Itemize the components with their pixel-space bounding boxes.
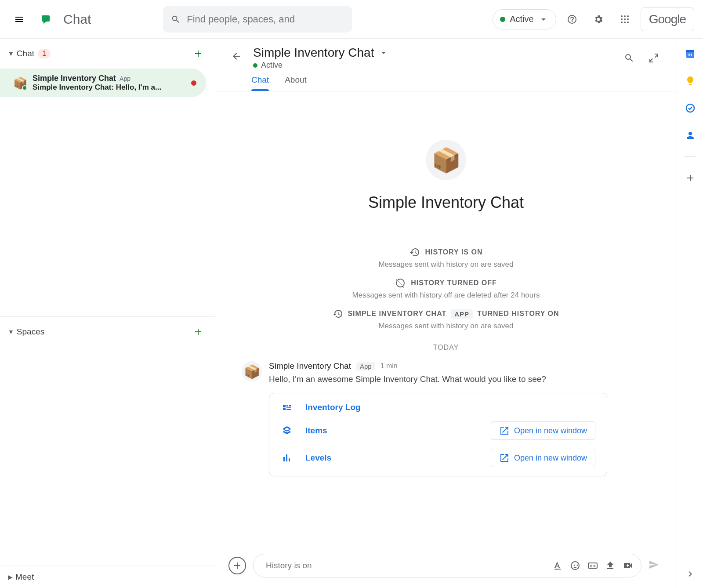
collapse-side-panel-button[interactable] xyxy=(685,569,696,581)
send-button[interactable] xyxy=(649,559,659,572)
new-chat-button[interactable] xyxy=(189,45,207,62)
meet-section-header[interactable]: ▶ Meet xyxy=(0,566,215,588)
status-selector[interactable]: Active xyxy=(493,9,556,29)
compose-input[interactable] xyxy=(266,561,552,570)
spaces-section-title: Spaces xyxy=(17,327,44,337)
emoji-icon[interactable] xyxy=(570,560,580,571)
svg-point-6 xyxy=(627,18,629,20)
get-addons-button[interactable] xyxy=(684,172,696,184)
conversation-intro-title: Simple Inventory Chat xyxy=(368,193,524,212)
compose-area: GIF xyxy=(215,546,677,588)
conversation-avatar: 📦 xyxy=(426,140,466,180)
chat-item-title: Simple Inventory Chat xyxy=(33,74,116,83)
calendar-addon-button[interactable]: 31 xyxy=(684,47,696,60)
hamburger-icon xyxy=(14,14,25,25)
collapse-pane-button[interactable] xyxy=(643,47,664,69)
upload-icon[interactable] xyxy=(605,560,616,571)
open-items-button[interactable]: Open in new window xyxy=(491,421,595,440)
keep-addon-button[interactable] xyxy=(684,75,696,87)
arrow-back-icon xyxy=(231,51,242,62)
conversation-pane: Simple Inventory Chat Active xyxy=(215,39,677,588)
status-dot-icon xyxy=(253,63,257,68)
chevron-down-icon xyxy=(538,14,549,25)
google-account-button[interactable]: Google xyxy=(641,7,694,31)
top-bar: Chat Active Google xyxy=(0,0,703,39)
tab-chat[interactable]: Chat xyxy=(251,75,269,91)
contacts-addon-button[interactable] xyxy=(684,129,696,142)
svg-text:GIF: GIF xyxy=(590,564,595,568)
chat-section-title: Chat xyxy=(17,49,34,58)
new-space-button[interactable] xyxy=(189,323,207,341)
levels-icon xyxy=(281,453,293,463)
unread-indicator-icon xyxy=(191,80,196,86)
chevron-down-icon[interactable] xyxy=(378,47,389,58)
person-icon xyxy=(685,130,696,141)
status-label: Active xyxy=(510,14,533,24)
compose-box[interactable]: GIF xyxy=(253,554,641,577)
message-text: Hello, I'm an awesome Simple Inventory C… xyxy=(269,374,637,384)
chat-list-item[interactable]: 📦 Simple Inventory Chat App Simple Inven… xyxy=(0,69,206,97)
history-on-icon xyxy=(409,247,420,258)
card-link-levels[interactable]: Levels xyxy=(305,453,478,463)
svg-point-5 xyxy=(624,18,626,20)
conversation-body: 📦 Simple Inventory Chat HISTORY IS ON Me… xyxy=(215,91,677,546)
svg-text:31: 31 xyxy=(688,53,692,57)
svg-rect-0 xyxy=(42,15,50,22)
card-link-items[interactable]: Items xyxy=(305,426,478,436)
svg-point-2 xyxy=(624,15,626,17)
card-link-inventory-log[interactable]: Inventory Log xyxy=(305,403,595,412)
left-sidebar: ▼ Chat 1 📦 Simple Inventory Chat App Sim… xyxy=(0,39,215,588)
right-side-panel: 31 xyxy=(677,39,703,588)
chat-unread-badge: 1 xyxy=(38,49,51,58)
tasks-addon-button[interactable] xyxy=(684,102,696,114)
svg-point-9 xyxy=(627,22,629,23)
chat-app-logo xyxy=(35,9,56,30)
help-icon xyxy=(567,14,577,25)
video-call-icon[interactable] xyxy=(623,560,633,571)
chat-item-preview: Simple Inventory Chat: Hello, I'm a... xyxy=(33,83,197,92)
presence-dot-icon xyxy=(22,85,27,91)
today-divider: TODAY xyxy=(433,344,459,352)
expand-arrow-icon: ▶ xyxy=(8,573,13,581)
svg-point-3 xyxy=(627,15,629,17)
conversation-tabs: Chat About xyxy=(215,70,677,91)
hamburger-menu-button[interactable] xyxy=(9,9,30,30)
compose-plus-button[interactable] xyxy=(228,557,246,574)
card-row-inventory-log: Inventory Log xyxy=(269,398,607,417)
message-sender: Simple Inventory Chat xyxy=(269,361,351,371)
collapse-arrow-icon: ▼ xyxy=(8,328,14,335)
history-off-icon xyxy=(395,278,406,288)
tasks-icon xyxy=(685,103,696,113)
gif-icon[interactable]: GIF xyxy=(587,560,598,571)
svg-point-4 xyxy=(621,18,623,20)
send-icon xyxy=(649,559,659,570)
svg-rect-13 xyxy=(686,50,694,52)
message-type-tag: App xyxy=(356,362,375,370)
open-levels-button[interactable]: Open in new window xyxy=(491,449,595,467)
history-on-subtext: Messages sent with history on are saved xyxy=(378,260,513,269)
plus-icon xyxy=(193,48,203,59)
plus-icon xyxy=(685,173,696,183)
meet-section-title: Meet xyxy=(15,572,34,582)
message-avatar: 📦 xyxy=(242,361,262,381)
svg-point-1 xyxy=(621,15,623,17)
status-dot-icon xyxy=(500,17,505,22)
tab-about[interactable]: About xyxy=(285,75,307,91)
history-off-notice: HISTORY TURNED OFF xyxy=(395,278,497,288)
search-input[interactable] xyxy=(187,14,344,25)
back-button[interactable] xyxy=(228,47,245,65)
apps-button[interactable] xyxy=(614,9,635,30)
history-event-notice: SIMPLE INVENTORY CHAT APP TURNED HISTORY… xyxy=(333,309,559,319)
help-button[interactable] xyxy=(562,9,583,30)
items-icon xyxy=(281,425,293,436)
settings-button[interactable] xyxy=(588,9,609,30)
history-event-subtext: Messages sent with history on are saved xyxy=(378,322,513,330)
open-external-icon xyxy=(499,425,510,436)
conversation-search-button[interactable] xyxy=(619,47,640,69)
spaces-section-header[interactable]: ▼ Spaces xyxy=(0,317,215,347)
chat-section-header[interactable]: ▼ Chat 1 xyxy=(0,39,215,69)
plus-icon xyxy=(232,560,243,571)
search-box[interactable] xyxy=(163,6,352,33)
format-icon[interactable] xyxy=(552,560,563,571)
plus-icon xyxy=(193,327,203,337)
